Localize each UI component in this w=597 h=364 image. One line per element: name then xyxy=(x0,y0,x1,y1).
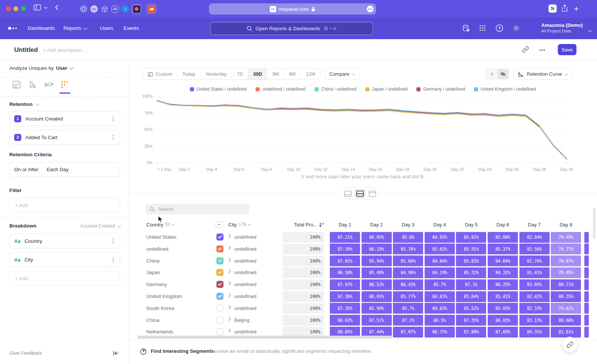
retention-cell[interactable]: 82.33% xyxy=(519,303,550,314)
project-switcher[interactable]: Amazonia {Demo} All Project Data xyxy=(541,22,583,33)
range-3m[interactable]: 3M xyxy=(267,69,284,79)
analyze-entity-select[interactable]: User xyxy=(56,65,72,71)
mode-absolute[interactable]: # xyxy=(486,69,497,79)
new-tab-button[interactable]: + xyxy=(574,4,579,14)
retention-cell[interactable]: 86.19% xyxy=(362,244,392,254)
column-total-sort[interactable]: Total Pro... xyxy=(283,220,324,229)
retention-cell[interactable]: 84.64% xyxy=(488,255,518,266)
retention-cell[interactable]: 87.21% xyxy=(330,232,360,243)
retention-cell[interactable]: 84.35% xyxy=(519,327,550,338)
share-icon[interactable] xyxy=(562,4,568,12)
expand-row-icon[interactable] xyxy=(227,234,231,238)
vertical-scrollbar[interactable] xyxy=(593,208,596,239)
retention-cell[interactable]: 83.05% xyxy=(519,279,550,290)
horizontal-scrollbar[interactable] xyxy=(137,336,392,339)
add-breakdown-button[interactable]: + Add xyxy=(9,271,120,286)
legend-item[interactable]: China / undefined xyxy=(315,87,356,92)
expand-row-icon[interactable] xyxy=(227,282,231,285)
retention-cell[interactable]: 87.1% xyxy=(456,279,486,290)
column-city[interactable]: City176 xyxy=(228,220,250,229)
retention-cell[interactable]: 85.02% xyxy=(425,244,455,254)
data-management-icon[interactable] xyxy=(462,24,470,34)
chart-type-select[interactable]: Retention Curve xyxy=(513,68,572,80)
share-link-fab[interactable] xyxy=(562,337,578,352)
extension-js-icon[interactable]: JS xyxy=(110,4,120,14)
extension-m-icon[interactable]: m xyxy=(89,4,99,14)
retention-cell[interactable]: 85.77% xyxy=(393,291,423,302)
apps-grid-icon[interactable] xyxy=(479,24,486,33)
legend-item[interactable]: Germany / undefined xyxy=(416,87,465,92)
column-day[interactable]: Day 4 xyxy=(425,220,455,229)
range-30d-active[interactable]: 30D xyxy=(248,69,267,79)
expand-row-icon[interactable] xyxy=(227,294,231,297)
settings-gear-icon[interactable] xyxy=(512,24,520,34)
retention-cell[interactable]: 80.71% xyxy=(551,279,581,290)
column-day[interactable]: Day 3 xyxy=(393,220,423,229)
retention-cell[interactable]: 84.32% xyxy=(488,267,518,278)
column-day[interactable]: Day 1 xyxy=(330,220,360,229)
event-step-1[interactable]: 1 Account Created xyxy=(9,111,120,126)
add-filter-button[interactable]: + Add xyxy=(9,198,120,213)
retention-cell[interactable]: 86.05% xyxy=(362,232,392,243)
range-yesterday[interactable]: Yesterday xyxy=(200,69,232,79)
retention-cell[interactable]: 87.89% xyxy=(456,327,486,338)
retention-cell[interactable]: 87.69% xyxy=(488,327,518,338)
retention-cell[interactable]: 82.42% xyxy=(519,291,550,302)
column-day[interactable]: Day 2 xyxy=(362,220,392,229)
series-checkbox-unchecked[interactable] xyxy=(216,317,224,324)
retention-cell[interactable]: 87.07% xyxy=(393,327,423,338)
criteria-interval-select[interactable]: Each Day xyxy=(47,167,69,172)
notion-pin-icon[interactable]: N xyxy=(548,4,557,13)
retention-cell[interactable]: 87.51% xyxy=(362,315,392,326)
retention-cell[interactable]: 87.01% xyxy=(330,255,360,266)
retention-cell[interactable]: 85.64% xyxy=(456,291,486,302)
series-checkbox-checked[interactable] xyxy=(216,245,224,252)
extension-cloud-icon[interactable] xyxy=(146,4,157,14)
report-title[interactable]: Untitled xyxy=(14,46,38,54)
event-step-2[interactable]: 2 Added To Cart xyxy=(9,130,120,145)
retention-cell[interactable]: 84.92% xyxy=(425,232,455,243)
window-close-button[interactable] xyxy=(6,6,11,11)
retention-cell[interactable]: 86.43% xyxy=(393,279,423,290)
retention-cell[interactable]: 86.75% xyxy=(425,327,455,338)
kebab-menu-icon[interactable] xyxy=(111,133,115,141)
mode-percent-active[interactable]: % xyxy=(497,69,509,79)
range-custom[interactable]: Custom xyxy=(143,69,177,79)
tab-flows-icon[interactable] xyxy=(44,81,53,90)
retention-cell[interactable]: 83.13% xyxy=(519,315,550,326)
extension-poster-icon[interactable] xyxy=(131,4,142,14)
retention-cell[interactable]: 85.03% xyxy=(488,303,518,314)
nav-reports[interactable]: Reports xyxy=(63,25,86,31)
retention-cell[interactable]: 84.84% xyxy=(425,255,455,266)
page-actions-button[interactable]: ••• xyxy=(367,6,373,12)
retention-cell[interactable]: 84.83% xyxy=(425,303,455,314)
expand-row-icon[interactable] xyxy=(227,329,231,333)
retention-cell[interactable]: 85.08% xyxy=(488,232,518,243)
legend-item[interactable]: United States / undefined xyxy=(190,87,247,92)
nav-events[interactable]: Events xyxy=(124,25,139,31)
retention-cell[interactable]: 87.36% xyxy=(330,291,360,302)
retention-cell[interactable]: 85.6% xyxy=(393,232,423,243)
retention-cell[interactable]: 82.61% xyxy=(551,327,581,338)
retention-cell[interactable]: 87.97% xyxy=(330,279,360,290)
column-day[interactable]: Day 5 xyxy=(456,220,486,229)
mixpanel-logo[interactable] xyxy=(8,27,17,30)
find-segments-title[interactable]: Find Interesting Segments xyxy=(151,348,214,354)
nav-users[interactable]: Users xyxy=(100,25,113,31)
retention-section-header[interactable]: Retention xyxy=(9,101,120,107)
retention-cell[interactable]: 78.87% xyxy=(551,255,581,266)
copy-link-icon[interactable] xyxy=(522,46,529,54)
retention-cell[interactable]: 85.83% xyxy=(456,255,486,266)
retention-cell[interactable]: 85.7% xyxy=(393,303,423,314)
series-checkbox-checked[interactable] xyxy=(216,257,224,264)
kebab-menu-icon[interactable] xyxy=(111,255,115,264)
tab-funnels-icon[interactable] xyxy=(28,81,37,90)
legend-item[interactable]: undefined / undefined xyxy=(256,87,305,92)
retention-cell[interactable]: 79.49% xyxy=(551,232,581,243)
legend-item[interactable]: United Kingdom / undefined xyxy=(474,87,536,92)
retention-cell[interactable]: 86.52% xyxy=(362,279,392,290)
retention-cell[interactable]: 85.7% xyxy=(425,279,455,290)
breakdown-city[interactable]: Aa City xyxy=(9,252,120,267)
retention-cell[interactable]: 82.04% xyxy=(519,232,550,243)
retention-cell[interactable]: 80.35% xyxy=(551,291,581,302)
